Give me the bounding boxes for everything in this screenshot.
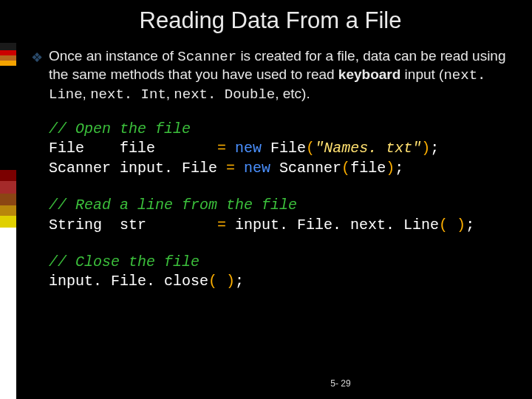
- code-text: ;: [395, 160, 403, 177]
- decorative-stripe: [0, 0, 16, 399]
- code-keyword: new: [244, 160, 270, 177]
- code-text: ;: [466, 216, 474, 233]
- code-text: String str: [49, 216, 217, 233]
- code-text: ;: [430, 140, 439, 157]
- text-fragment: Once an instance of: [49, 48, 177, 64]
- code-inline: Scanner: [177, 49, 236, 65]
- code-text: file: [350, 160, 386, 177]
- code-text: Scanner: [270, 160, 341, 177]
- code-op: =: [217, 216, 226, 233]
- bullet-text: Once an instance of Scanner is created f…: [49, 47, 510, 103]
- code-comment: // Open the file: [49, 120, 191, 137]
- code-text: input. File. next. Line: [226, 216, 439, 233]
- code-text: Scanner input. File: [49, 160, 226, 177]
- code-op: =: [217, 140, 226, 157]
- diamond-bullet-icon: ❖: [31, 50, 43, 66]
- code-paren: ): [386, 160, 395, 177]
- code-text: ;: [235, 273, 244, 290]
- code-paren: ( ): [208, 273, 235, 290]
- code-paren: (: [341, 160, 350, 177]
- code-inline: next. Int: [90, 86, 166, 103]
- code-comment: // Read a line from the file: [49, 197, 297, 214]
- text-fragment: input (: [400, 66, 443, 82]
- code-paren: ( ): [439, 216, 466, 233]
- text-strong: keyboard: [338, 66, 400, 82]
- code-text: [226, 140, 235, 157]
- code-block-open: // Open the file File file = new File("N…: [49, 120, 510, 178]
- code-text: [235, 160, 244, 177]
- code-string: "Names. txt": [315, 140, 421, 157]
- code-text: input. File. close: [49, 273, 208, 290]
- text-fragment: , etc).: [275, 86, 310, 101]
- page-number: 5- 29: [83, 378, 532, 389]
- code-text: File: [262, 140, 306, 157]
- bullet-item: ❖ Once an instance of Scanner is created…: [31, 47, 510, 103]
- code-block-read: // Read a line from the file String str …: [49, 196, 510, 235]
- code-op: =: [226, 160, 235, 177]
- slide-content: Reading Data From a File ❖ Once an insta…: [16, 0, 532, 399]
- code-block-close: // Close the file input. File. close( );: [49, 253, 510, 292]
- text-fragment: ,: [166, 86, 174, 101]
- code-inline: next. Double: [174, 86, 275, 103]
- code-comment: // Close the file: [49, 253, 200, 270]
- code-paren: ): [421, 140, 430, 157]
- code-paren: (: [306, 140, 315, 157]
- code-keyword: new: [235, 140, 262, 157]
- text-fragment: ,: [83, 86, 91, 101]
- code-text: File file: [49, 140, 217, 157]
- slide-title: Reading Data From a File: [31, 0, 510, 47]
